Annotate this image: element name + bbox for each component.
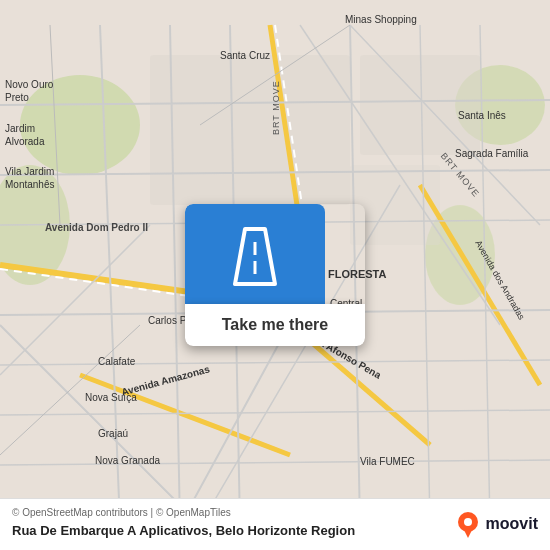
svg-marker-37 <box>235 229 275 284</box>
moovit-logo: moovit <box>454 510 538 538</box>
moovit-text: moovit <box>486 515 538 533</box>
svg-point-1 <box>20 75 140 175</box>
cta-overlay: Take me there <box>185 204 365 346</box>
label-brt-move-1: BRT MOVE <box>271 15 281 135</box>
svg-marker-42 <box>463 528 473 538</box>
road-icon <box>215 219 295 289</box>
svg-point-41 <box>464 518 472 526</box>
road-icon-box <box>185 204 325 304</box>
take-me-there-button[interactable]: Take me there <box>185 304 365 346</box>
svg-rect-6 <box>360 55 480 155</box>
location-title: Rua De Embarque A Aplicativos, Belo Hori… <box>12 522 355 540</box>
bottom-bar: © OpenStreetMap contributors | © OpenMap… <box>0 498 550 550</box>
moovit-icon <box>454 510 482 538</box>
svg-rect-5 <box>150 55 350 205</box>
cta-card: Take me there <box>185 204 365 346</box>
map-container: Minas Shopping Santa Cruz Novo OuroPreto… <box>0 0 550 550</box>
